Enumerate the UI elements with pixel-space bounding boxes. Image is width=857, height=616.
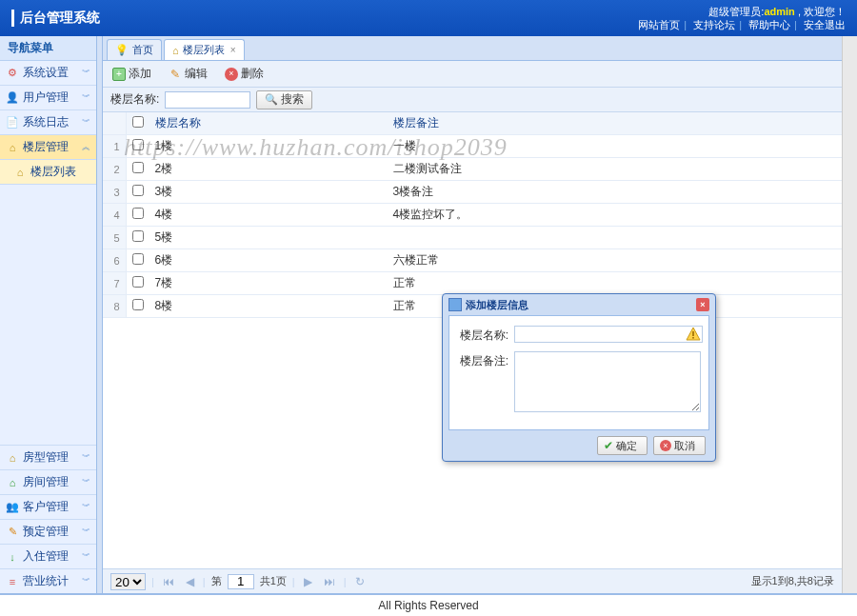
row-index: 8 [103, 295, 126, 318]
nav-icon: ✎ [6, 526, 19, 539]
pager-next[interactable]: ▶ [301, 575, 315, 588]
floor-name-input[interactable] [514, 326, 703, 343]
cell-remark: 六楼正常 [388, 249, 843, 272]
sidebar-item[interactable]: ↓入住管理︾ [0, 544, 96, 568]
nav-icon: 👤 [6, 91, 19, 105]
header-left: 后台管理系统 [11, 10, 100, 27]
pager-refresh[interactable]: ↻ [352, 575, 368, 588]
dialog-close-button[interactable]: × [696, 298, 709, 311]
tab-strip: 💡 首页 ⌂ 楼层列表 × [103, 36, 842, 61]
sidebar: 导航菜单 ⚙系统设置︾👤用户管理︾📄系统日志︾ ⌂ 楼层管理 ︽ ⌂ 楼层列表 … [0, 36, 97, 593]
sidebar-item-label: 系统设置 [23, 65, 69, 81]
search-icon: 🔍 [265, 93, 278, 106]
row-checkbox[interactable] [132, 162, 144, 173]
sidebar-item[interactable]: ⌂房间管理︾ [0, 469, 96, 494]
sidebar-item[interactable]: ⚙系统设置︾ [0, 61, 96, 86]
search-input[interactable] [165, 91, 250, 109]
cell-name: 1楼 [149, 135, 388, 158]
button-label: 编辑 [185, 66, 208, 82]
sidebar-item-label: 房型管理 [23, 449, 69, 466]
pager-info: 显示1到8,共8记录 [751, 574, 834, 588]
row-checkbox[interactable] [132, 139, 144, 150]
pager-label: 第 [211, 574, 222, 588]
sidebar-item[interactable]: 👥客户管理︾ [0, 494, 96, 519]
sidebar-item[interactable]: 📄系统日志︾ [0, 110, 96, 135]
link-logout[interactable]: 安全退出 [804, 19, 846, 30]
link-help[interactable]: 帮助中心 [748, 19, 790, 30]
sidebar-item[interactable]: ✎预定管理︾ [0, 519, 96, 544]
add-floor-dialog: 添加楼层信息 × 楼层名称: 楼层备注: ✔ [442, 293, 716, 462]
add-button[interactable]: + 添加 [109, 64, 155, 84]
tab-floor-list[interactable]: ⌂ 楼层列表 × [164, 39, 245, 60]
row-checkbox[interactable] [132, 276, 144, 288]
table-row[interactable]: 44楼4楼监控坏了。 [103, 204, 842, 227]
header: 后台管理系统 超级管理员:admin , 欢迎您！ 网站首页| 支持论坛| 帮助… [0, 0, 857, 36]
row-checkbox[interactable] [132, 299, 144, 310]
expand-icon: ︾ [82, 575, 90, 587]
table-row[interactable]: 77楼正常 [103, 272, 842, 295]
header-bar-icon [11, 10, 14, 27]
close-icon[interactable]: × [230, 45, 236, 55]
check-all[interactable] [132, 116, 144, 128]
tab-home[interactable]: 💡 首页 [107, 39, 162, 60]
sidebar-item[interactable]: 👤用户管理︾ [0, 86, 96, 110]
row-checkbox[interactable] [132, 208, 144, 219]
sidebar-item[interactable]: ≡营业统计︾ [0, 568, 96, 593]
sidebar-item-label: 入住管理 [23, 548, 69, 565]
button-label: 确定 [616, 439, 637, 453]
edit-button[interactable]: ✎ 编辑 [165, 64, 211, 84]
ok-button[interactable]: ✔ 确定 [597, 436, 648, 455]
expand-icon: ︾ [82, 67, 90, 79]
page-input[interactable] [228, 574, 254, 589]
cell-name: 6楼 [149, 249, 388, 272]
nav-icon: ↓ [6, 550, 19, 564]
row-index: 3 [103, 181, 126, 204]
pager-prev[interactable]: ◀ [183, 575, 197, 588]
row-checkbox[interactable] [132, 185, 144, 196]
sidebar-item-label: 系统日志 [23, 114, 69, 130]
col-name[interactable]: 楼层名称 [149, 112, 388, 135]
cell-name: 2楼 [149, 158, 388, 181]
row-checkbox[interactable] [132, 253, 144, 265]
pager-last[interactable]: ⏭ [321, 575, 338, 588]
delete-button[interactable]: × 删除 [221, 64, 268, 84]
pager-first[interactable]: ⏮ [160, 575, 177, 588]
table-row[interactable]: 66楼六楼正常 [103, 249, 842, 272]
sidebar-item-label: 房间管理 [23, 474, 69, 490]
sidebar-item[interactable]: ⌂房型管理︾ [0, 445, 96, 469]
table-header-row: 楼层名称 楼层备注 [103, 112, 842, 135]
sidebar-item-label: 营业统计 [23, 573, 69, 589]
page-size-select[interactable]: 20 [110, 573, 146, 590]
button-label: 删除 [241, 66, 264, 82]
search-button[interactable]: 🔍 搜索 [256, 90, 312, 109]
dialog-header[interactable]: 添加楼层信息 × [443, 294, 715, 315]
content-area: 💡 首页 ⌂ 楼层列表 × + 添加 ✎ 编辑 × 删除 [103, 36, 842, 593]
link-home[interactable]: 网站首页 [638, 19, 680, 30]
table-row[interactable]: 33楼3楼备注 [103, 181, 842, 204]
col-remark[interactable]: 楼层备注 [388, 112, 843, 135]
welcome-text: 超级管理员:admin , 欢迎您！ [638, 5, 846, 18]
search-bar: 楼层名称: 🔍 搜索 [103, 88, 842, 112]
pager-label: 共1页 [260, 574, 287, 588]
col-index [103, 112, 126, 135]
row-index: 2 [103, 158, 126, 181]
vertical-scrollbar[interactable] [842, 36, 857, 593]
cancel-button[interactable]: × 取消 [653, 436, 706, 455]
sidebar-item-floor-list[interactable]: ⌂ 楼层列表 [0, 160, 96, 185]
floor-remark-textarea[interactable] [514, 351, 701, 412]
field-row-remark: 楼层备注: [457, 351, 701, 412]
expand-icon: ︾ [82, 550, 90, 563]
sidebar-item-floor-mgmt[interactable]: ⌂ 楼层管理 ︽ [0, 135, 96, 160]
dialog-footer: ✔ 确定 × 取消 [443, 430, 715, 461]
field-label: 楼层名称: [457, 326, 508, 344]
cell-remark: 一楼 [388, 135, 843, 158]
table-row[interactable]: 55楼 [103, 227, 842, 249]
cell-remark: 正常 [388, 272, 843, 295]
nav-title: 导航菜单 [0, 36, 96, 61]
home-icon: ⌂ [13, 166, 27, 179]
link-forum[interactable]: 支持论坛 [693, 19, 735, 30]
nav-icon: ⚙ [6, 67, 19, 80]
table-row[interactable]: 11楼一楼 [103, 135, 842, 158]
table-row[interactable]: 22楼二楼测试备注 [103, 158, 842, 181]
row-checkbox[interactable] [132, 230, 144, 242]
